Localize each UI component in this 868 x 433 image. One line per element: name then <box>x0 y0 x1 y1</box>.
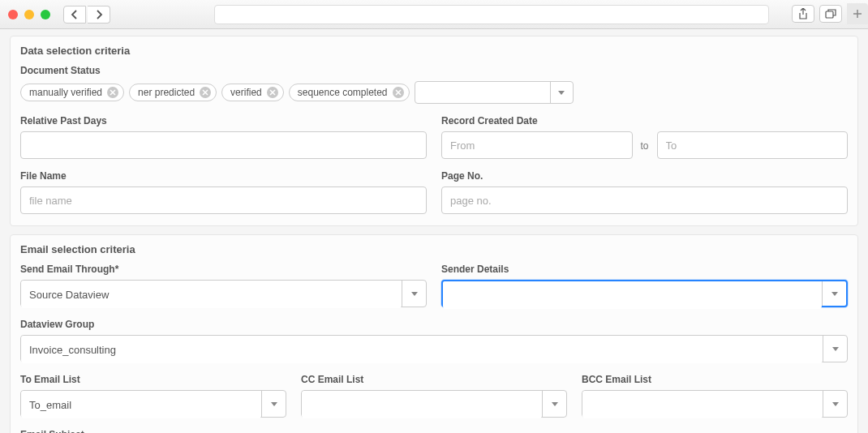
url-bar[interactable] <box>214 5 769 24</box>
close-icon <box>202 89 208 96</box>
token-label: ner predicted <box>138 87 195 98</box>
close-icon <box>110 89 116 96</box>
record-created-date-label: Record Created Date <box>441 115 848 126</box>
chevron-down-icon <box>831 292 838 296</box>
nav-buttons <box>63 6 110 24</box>
relative-past-days-input[interactable] <box>20 131 427 159</box>
to-email-value[interactable] <box>21 391 261 418</box>
share-icon <box>798 8 808 19</box>
chevron-right-icon <box>95 10 103 19</box>
status-add-input-wrap <box>415 81 574 104</box>
data-selection-title: Data selection criteria <box>20 45 848 57</box>
token-label: manually verified <box>29 87 102 98</box>
dropdown-button[interactable] <box>822 281 846 306</box>
chevron-down-icon <box>411 292 418 296</box>
date-to-input[interactable] <box>657 131 849 159</box>
new-tab-button[interactable] <box>847 3 868 24</box>
remove-token-button[interactable] <box>200 87 211 98</box>
dropdown-button[interactable] <box>261 391 286 417</box>
relative-past-days-label: Relative Past Days <box>20 115 427 126</box>
remove-token-button[interactable] <box>393 87 404 98</box>
remove-token-button[interactable] <box>107 87 118 98</box>
status-dropdown-button[interactable] <box>550 82 573 103</box>
file-name-input[interactable] <box>20 186 427 214</box>
cc-email-value[interactable] <box>302 391 542 418</box>
minimize-window-button[interactable] <box>24 10 34 19</box>
sender-details-select[interactable] <box>441 280 848 307</box>
dropdown-button[interactable] <box>823 336 847 362</box>
cc-email-label: CC Email List <box>301 374 567 385</box>
dropdown-button[interactable] <box>823 391 847 417</box>
close-window-button[interactable] <box>8 10 18 19</box>
status-token: ner predicted <box>129 84 217 101</box>
status-add-input[interactable] <box>415 82 550 103</box>
back-button[interactable] <box>63 6 86 24</box>
dropdown-button[interactable] <box>542 391 566 417</box>
bcc-email-value[interactable] <box>582 391 823 418</box>
date-from-input[interactable] <box>441 131 633 159</box>
send-email-through-select[interactable] <box>20 280 427 307</box>
bcc-email-select[interactable] <box>582 390 848 418</box>
title-bar <box>0 0 868 29</box>
status-token: manually verified <box>20 84 124 101</box>
close-icon <box>269 89 276 96</box>
chevron-down-icon <box>832 402 839 406</box>
sender-details-label: Sender Details <box>441 264 848 275</box>
traffic-lights <box>8 10 50 19</box>
document-status-label: Document Status <box>20 65 848 76</box>
chevron-left-icon <box>71 10 79 19</box>
data-selection-panel: Data selection criteria Document Status … <box>10 36 858 226</box>
chevron-down-icon <box>558 91 565 95</box>
token-label: verified <box>230 87 262 98</box>
chevron-down-icon <box>552 402 558 406</box>
chevron-down-icon <box>832 347 839 351</box>
send-email-through-label: Send Email Through* <box>20 264 427 275</box>
bcc-email-label: BCC Email List <box>582 374 848 385</box>
sender-details-input[interactable] <box>443 281 822 309</box>
status-token: verified <box>221 84 284 101</box>
close-icon <box>395 89 402 96</box>
token-label: sequence completed <box>298 87 388 98</box>
cc-email-select[interactable] <box>301 390 567 418</box>
dropdown-button[interactable] <box>402 281 426 307</box>
file-name-label: File Name <box>20 170 427 182</box>
email-selection-panel: Email selection criteria Send Email Thro… <box>10 234 858 433</box>
date-to-text: to <box>641 139 649 152</box>
email-subject-label: Email Subject <box>20 429 296 433</box>
tabs-icon <box>825 9 836 19</box>
forward-button[interactable] <box>88 6 110 24</box>
dataview-group-select[interactable] <box>20 335 848 362</box>
dataview-group-label: Dataview Group <box>20 319 848 330</box>
tabs-button[interactable] <box>819 5 842 23</box>
document-status-field: manually verified ner predicted verified… <box>20 81 848 104</box>
page-no-label: Page No. <box>441 170 848 182</box>
plus-icon <box>853 9 862 19</box>
status-token: sequence completed <box>289 84 410 101</box>
to-email-select[interactable] <box>20 390 286 418</box>
to-email-label: To Email List <box>20 374 286 385</box>
email-selection-title: Email selection criteria <box>20 243 848 255</box>
send-email-through-value[interactable] <box>21 281 402 308</box>
chevron-down-icon <box>271 402 277 406</box>
svg-rect-0 <box>826 11 833 18</box>
share-button[interactable] <box>792 5 814 23</box>
page-no-input[interactable] <box>441 186 848 214</box>
dataview-group-value[interactable] <box>21 336 823 363</box>
remove-token-button[interactable] <box>267 87 278 98</box>
maximize-window-button[interactable] <box>41 10 50 19</box>
